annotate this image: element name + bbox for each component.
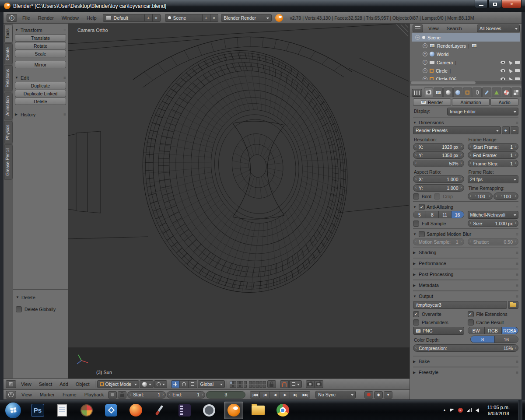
border-checkbox[interactable] (413, 193, 419, 200)
auto-keyframe-button[interactable] (108, 391, 117, 399)
outliner-row-circle[interactable]: + Circle | (410, 66, 522, 75)
shading-panel-header[interactable]: ▶ Shading ≡ (413, 247, 518, 256)
mode-dropdown[interactable]: Object Mode (97, 380, 139, 388)
aspect-y-field[interactable]: Y: 1.000 (413, 184, 464, 192)
taskbar-ring-app[interactable] (200, 402, 219, 419)
start-button[interactable] (5, 402, 21, 418)
tab-modifiers[interactable] (482, 88, 491, 97)
viewport-3d[interactable]: Camera Ortho (3) Sun (68, 24, 410, 378)
menu-window[interactable]: Window (58, 15, 82, 21)
channel-rgb[interactable]: RGB (485, 327, 502, 334)
snap-toggle-button[interactable] (280, 380, 289, 388)
render-engine-dropdown[interactable]: Blender Render (221, 14, 272, 22)
renderability-icon[interactable] (515, 69, 520, 72)
delete-layout-button[interactable]: × (153, 14, 161, 22)
renderability-icon[interactable] (515, 77, 520, 80)
add-layout-button[interactable]: + (145, 14, 153, 22)
metadata-panel-header[interactable]: ▶ Metadata ≡ (413, 280, 518, 289)
visibility-icon[interactable] (500, 77, 505, 80)
frame-step-field[interactable]: Frame Step: 1 (468, 160, 519, 167)
file-format-dropdown[interactable]: PNG (413, 327, 464, 335)
tab-physics[interactable]: Physics (4, 121, 13, 144)
outliner-row-world[interactable]: + World (410, 50, 522, 58)
mirror-button[interactable]: Mirror (15, 61, 66, 68)
close-button[interactable]: × (502, 0, 522, 8)
menu-file[interactable]: File (19, 15, 34, 21)
expand-icon[interactable]: + (423, 60, 427, 65)
tab-render-layers[interactable] (434, 88, 443, 97)
minimize-button[interactable] (475, 0, 488, 8)
translate-manipulator-button[interactable] (171, 380, 180, 388)
display-dropdown[interactable]: Image Editor (447, 108, 518, 116)
audio-button[interactable]: Audio (490, 98, 518, 106)
duplicate-button[interactable]: Duplicate (15, 82, 66, 89)
aa-samples-11[interactable]: 11 (439, 211, 452, 218)
tab-material[interactable] (502, 88, 511, 97)
tab-tools[interactable]: Tools (4, 24, 13, 42)
taskbar-orange-ball-app[interactable] (126, 402, 145, 419)
outliner-row-circle-006[interactable]: + Circle.006 (410, 75, 522, 80)
layers-right[interactable] (249, 381, 266, 388)
prev-keyframe-button[interactable]: |◀ (260, 391, 270, 399)
keying-set-button[interactable]: ◆ (374, 391, 383, 399)
anti-aliasing-panel-header[interactable]: ▼ ✓ Anti-Aliasing ≡ (413, 202, 518, 211)
screen-layout-dropdown[interactable]: Default (103, 14, 145, 22)
editor-type-timeline-button[interactable] (6, 391, 16, 399)
taskbar-blue-app[interactable] (102, 402, 121, 419)
aa-size-field[interactable]: Size: 1.000 px (468, 220, 519, 227)
end-frame-field[interactable]: End: 1 (167, 391, 205, 399)
opengl-render-anim-button[interactable] (315, 380, 323, 388)
rotate-manipulator-button[interactable] (180, 380, 189, 388)
taskbar-chrome[interactable] (273, 402, 292, 419)
timeline-frame-menu[interactable]: Frame (59, 392, 80, 397)
bake-panel-header[interactable]: ▶ Bake ≡ (413, 356, 518, 365)
taskbar-clock[interactable]: 11:05 p.m. 9/03/2018 (483, 404, 514, 416)
current-frame-field[interactable]: 3 (206, 391, 245, 399)
post-processing-panel-header[interactable]: ▶ Post Processing ≡ (413, 269, 518, 278)
tab-data[interactable] (492, 88, 501, 97)
output-panel-header[interactable]: ▼ Output ≡ (413, 291, 518, 300)
start-frame-field[interactable]: Start: 1 (127, 391, 166, 399)
taskbar-utility[interactable] (150, 402, 170, 419)
render-button[interactable]: Render (413, 98, 451, 106)
next-keyframe-button[interactable]: ▶| (290, 391, 300, 399)
depth-8[interactable]: 8 (471, 336, 494, 343)
jump-to-end-button[interactable]: ▶▶| (300, 391, 310, 399)
outliner-search-menu[interactable]: Search (443, 26, 466, 31)
delete-globally-checkbox[interactable] (16, 306, 22, 312)
object-menu[interactable]: Object (72, 382, 93, 387)
outliner-horizontal-scrollbar[interactable] (410, 81, 522, 84)
aa-filter-dropdown[interactable]: Mitchell-Netravali (468, 211, 519, 219)
selectability-icon[interactable] (508, 77, 513, 80)
snap-element-dropdown[interactable] (289, 380, 302, 388)
tab-scene[interactable] (443, 88, 452, 97)
remove-preset-button[interactable]: − (511, 126, 518, 134)
start-frame-field[interactable]: Start Frame: 1 (468, 143, 519, 150)
transform-panel-header[interactable]: ▼ Transform ≡ (15, 26, 66, 34)
scale-manipulator-button[interactable] (189, 380, 197, 388)
shutter-field[interactable]: Shutter: 0.50 (468, 238, 519, 245)
show-desktop-button[interactable] (518, 400, 522, 420)
timeline-playback-menu[interactable]: Playback (81, 392, 108, 397)
menu-help[interactable]: Help (83, 15, 100, 21)
freestyle-panel-header[interactable]: ▶ Freestyle ≡ (413, 367, 518, 376)
tab-animation[interactable]: Animation (4, 92, 13, 119)
tab-world[interactable] (453, 88, 462, 97)
redo-panel-header[interactable]: ▼ Delete (16, 294, 65, 301)
renderability-icon[interactable] (515, 61, 520, 64)
tab-object[interactable] (463, 88, 472, 97)
placeholders-checkbox[interactable] (413, 319, 419, 326)
action-center-flag-icon[interactable] (450, 409, 454, 412)
editor-type-outliner-button[interactable] (413, 24, 423, 32)
lock-to-scene-button[interactable] (267, 380, 276, 388)
outliner-row-renderlayers[interactable]: + RenderLayers | (410, 42, 522, 50)
visibility-icon[interactable] (500, 69, 505, 72)
selectability-icon[interactable] (508, 60, 513, 65)
volume-icon[interactable] (476, 408, 479, 413)
full-sample-checkbox[interactable] (413, 220, 419, 227)
editor-type-info-button[interactable]: i (7, 14, 17, 22)
history-panel-header[interactable]: ▶ History ≡ (15, 111, 66, 118)
browse-output-button[interactable] (508, 301, 518, 309)
aa-samples-8[interactable]: 8 (426, 211, 439, 218)
taskbar-paint[interactable] (77, 402, 96, 419)
